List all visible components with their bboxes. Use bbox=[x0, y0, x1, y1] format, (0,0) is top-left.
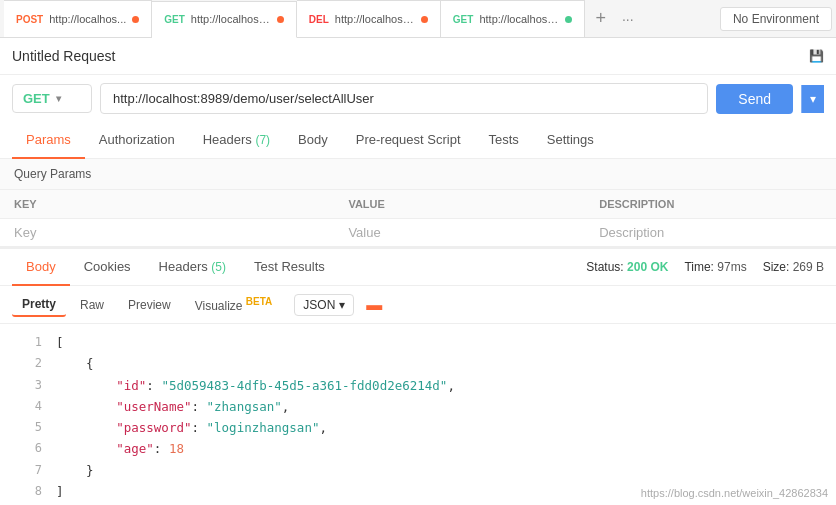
save-button[interactable]: 💾 bbox=[809, 49, 824, 63]
response-tab-headers[interactable]: Headers (5) bbox=[145, 249, 240, 286]
tab-headers[interactable]: Headers (7) bbox=[189, 122, 284, 159]
url-input[interactable] bbox=[100, 83, 708, 114]
param-value-cell[interactable]: Value bbox=[334, 219, 585, 247]
format-tab-raw[interactable]: Raw bbox=[70, 294, 114, 316]
params-table: KEY VALUE DESCRIPTION Key Value Descript… bbox=[0, 190, 836, 247]
json-line-5: 5 "password": "loginzhangsan", bbox=[0, 417, 836, 438]
tab-pre-request-script[interactable]: Pre-request Script bbox=[342, 122, 475, 159]
json-line-7: 7 } bbox=[0, 460, 836, 481]
json-line-6: 6 "age": 18 bbox=[0, 438, 836, 459]
method-label-del: DEL bbox=[309, 14, 329, 25]
time-label: Time: 97ms bbox=[684, 260, 746, 274]
method-select[interactable]: GET ▾ bbox=[12, 84, 92, 113]
format-tab-preview[interactable]: Preview bbox=[118, 294, 181, 316]
json-line-3: 3 "id": "5d059483-4dfb-45d5-a361-fdd0d2e… bbox=[0, 375, 836, 396]
req-tab-post[interactable]: POST http://localhos... bbox=[4, 0, 152, 37]
json-line-4: 4 "userName": "zhangsan", bbox=[0, 396, 836, 417]
tab-params[interactable]: Params bbox=[12, 122, 85, 159]
format-tab-visualize[interactable]: Visualize BETA bbox=[185, 292, 283, 317]
tab-dot-get1 bbox=[277, 16, 284, 23]
tab-settings[interactable]: Settings bbox=[533, 122, 608, 159]
watermark: https://blog.csdn.net/weixin_42862834 bbox=[641, 487, 828, 499]
tab-url-get2: http://localhost... bbox=[479, 13, 559, 25]
param-desc-cell[interactable]: Description bbox=[585, 219, 836, 247]
method-chevron-icon: ▾ bbox=[56, 93, 61, 104]
environment-selector[interactable]: No Environment bbox=[720, 7, 832, 31]
tab-dot-post bbox=[132, 16, 139, 23]
response-tab-test-results[interactable]: Test Results bbox=[240, 249, 339, 286]
format-tab-pretty[interactable]: Pretty bbox=[12, 293, 66, 317]
response-tab-cookies[interactable]: Cookies bbox=[70, 249, 145, 286]
format-chevron-icon: ▾ bbox=[339, 298, 345, 312]
method-label-get1: GET bbox=[164, 14, 185, 25]
table-row: Key Value Description bbox=[0, 219, 836, 247]
response-tab-body[interactable]: Body bbox=[12, 249, 70, 286]
format-type-select[interactable]: JSON ▾ bbox=[294, 294, 354, 316]
req-tab-get2[interactable]: GET http://localhost... bbox=[441, 0, 586, 37]
req-tab-del[interactable]: DEL http://localhost... bbox=[297, 0, 441, 37]
tab-authorization[interactable]: Authorization bbox=[85, 122, 189, 159]
method-value: GET bbox=[23, 91, 50, 106]
col-header-key: KEY bbox=[0, 190, 334, 219]
tab-dot-del bbox=[421, 16, 428, 23]
send-dropdown-button[interactable]: ▾ bbox=[801, 85, 824, 113]
response-section: Body Cookies Headers (5) Test Results St… bbox=[0, 247, 836, 505]
wrap-icon[interactable]: ▬ bbox=[366, 296, 382, 314]
tab-body[interactable]: Body bbox=[284, 122, 342, 159]
json-viewer: 1 [ 2 { 3 "id": "5d059483-4dfb-45d5-a361… bbox=[0, 324, 836, 505]
json-line-1: 1 [ bbox=[0, 332, 836, 353]
tab-url-del: http://localhost... bbox=[335, 13, 415, 25]
response-status: Status: 200 OK Time: 97ms Size: 269 B bbox=[586, 260, 824, 274]
param-key-cell[interactable]: Key bbox=[0, 219, 334, 247]
format-tabs: Pretty Raw Preview Visualize BETA JSON ▾… bbox=[0, 286, 836, 324]
json-line-2: 2 { bbox=[0, 353, 836, 374]
tab-dot-get2 bbox=[565, 16, 572, 23]
req-tab-get1[interactable]: GET http://localhost... bbox=[152, 1, 297, 38]
tab-url-get1: http://localhost... bbox=[191, 13, 271, 25]
response-nav-tabs: Body Cookies Headers (5) Test Results St… bbox=[0, 249, 836, 286]
tab-bar: POST http://localhos... GET http://local… bbox=[0, 0, 836, 38]
col-header-value: VALUE bbox=[334, 190, 585, 219]
col-header-desc: DESCRIPTION bbox=[585, 190, 836, 219]
status-label: Status: 200 OK bbox=[586, 260, 668, 274]
request-nav-tabs: Params Authorization Headers (7) Body Pr… bbox=[0, 122, 836, 159]
query-params-label: Query Params bbox=[0, 159, 836, 190]
request-title: Untitled Request bbox=[12, 48, 801, 64]
size-label: Size: 269 B bbox=[763, 260, 824, 274]
tab-url-post: http://localhos... bbox=[49, 13, 126, 25]
add-tab-button[interactable]: + bbox=[585, 8, 616, 29]
method-label-get2: GET bbox=[453, 14, 474, 25]
more-tabs-button[interactable]: ··· bbox=[616, 11, 640, 27]
send-button[interactable]: Send bbox=[716, 84, 793, 114]
url-bar: GET ▾ Send ▾ bbox=[0, 75, 836, 122]
tab-tests[interactable]: Tests bbox=[475, 122, 533, 159]
request-header: Untitled Request 💾 bbox=[0, 38, 836, 75]
method-label-post: POST bbox=[16, 14, 43, 25]
